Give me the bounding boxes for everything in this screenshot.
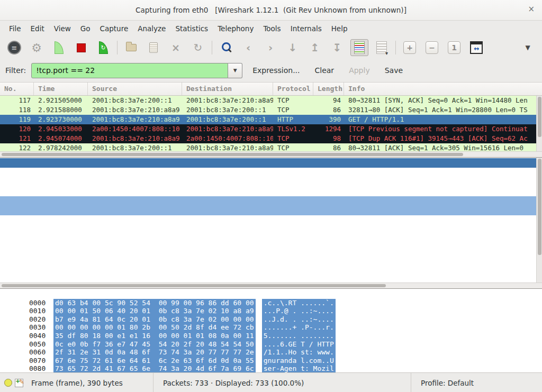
toolbar-overflow-icon[interactable]: ▼ [519,39,537,56]
packet-detail-line[interactable]: GET / HTTP/1.1\r\n [0,206,542,215]
go-back-icon[interactable]: ‹ [239,39,257,56]
capture-comment-icon[interactable] [15,379,23,387]
reload-icon[interactable]: ↻ [189,39,207,56]
capture-restart-icon[interactable]: ↻ [94,39,112,56]
packet-row[interactable]: 119 2.923730000 2001:bc8:3a7e:210:a8a9 2… [0,115,542,124]
packet-detail-line[interactable]: Ethernet II, Src: RealtekU_99:00:96 (52:… [0,168,542,177]
packet-detail-line[interactable]: Frame 119: 390 bytes on wire (3120 bits)… [0,158,542,168]
scrollbar-thumb[interactable] [538,159,541,255]
find-packet-icon[interactable] [217,39,235,56]
packet-list-vertical-scrollbar[interactable] [536,96,542,151]
clear-button[interactable]: Clear [310,63,339,77]
status-selected-field: Frame (frame), 390 bytes [31,379,123,387]
menu-analyze[interactable]: Analyze [133,22,170,35]
status-profile-section[interactable]: Profile: Default [411,373,542,392]
packet-detail-line[interactable]: Transmission Control Protocol, Src Port:… [0,187,542,196]
go-to-bottom-icon[interactable]: ↧ [328,39,346,56]
hex-dump-pane: 0000d0 63 b4 00 5c 90 52 54 00 99 00 96 … [0,288,542,372]
zoom-100-icon[interactable]: 1 [445,39,463,56]
packet-detail-line[interactable]: Connection: keep-alive\r\n [0,263,542,272]
packet-detail-line[interactable]: User-Agent: Mozilla/5.0 (X11; Linux x86_… [0,225,542,234]
packet-detail-line[interactable]: Accept-Encoding: gzip, deflate\r\n [0,253,542,263]
hex-ascii: ser-Agen t: Mozil [262,364,336,372]
expression-button[interactable]: Expression... [248,63,304,77]
menu-internals[interactable]: Internals [286,22,327,35]
autoscroll-icon[interactable] [373,39,391,56]
apply-button[interactable]: Apply [344,63,375,77]
packet-detail-line[interactable]: Hypertext Transfer Protocol [0,196,542,206]
column-header-destination[interactable]: Destination [182,83,273,95]
hex-bytes: 0c e0 0b f7 36 e7 47 45 54 20 2f 20 48 5… [53,340,256,349]
packet-detail-line[interactable]: Host: www.gnurandal.com\r\n [0,215,542,225]
scrollbar-thumb[interactable] [2,284,386,287]
packet-row[interactable]: 118 2.921588000 2001:bc8:3a7e:210:a8a9 2… [0,105,542,115]
menu-statistics[interactable]: Statistics [170,22,213,35]
menu-capture[interactable]: Capture [95,22,133,35]
menu-edit[interactable]: Edit [26,22,49,35]
zoom-out-icon[interactable]: − [423,39,441,56]
column-header-no[interactable]: No. [0,83,34,95]
cell-protocol: TCP [273,105,313,115]
window-close-icon[interactable]: × [528,4,535,14]
scrollbar-thumb[interactable] [538,97,541,137]
detail-lines: Frame 119: 390 bytes on wire (3120 bits)… [0,158,542,282]
menu-tools[interactable]: Tools [258,22,285,35]
menu-go[interactable]: Go [76,22,95,35]
cell-destination: 2a00:1450:4007:808::10 [182,134,273,143]
go-to-top-icon[interactable]: ↥ [306,39,324,56]
cell-length: 86 [313,105,344,115]
cell-protocol: HTTP [273,115,313,124]
column-header-info[interactable]: Info [344,83,542,95]
packet-row[interactable]: 122 2.978242000 2001:bc8:3a7e:200::1 200… [0,143,542,151]
open-file-icon[interactable] [122,39,140,56]
scrollbar-thumb[interactable] [2,153,463,156]
column-header-protocol[interactable]: Protocol [273,83,313,95]
go-forward-icon[interactable]: › [261,39,279,56]
menu-view[interactable]: View [49,22,76,35]
cell-no: 121 [0,134,34,143]
save-button[interactable]: Save [380,63,408,77]
toolbar-separator [211,39,213,56]
menu-help[interactable]: Help [327,22,353,35]
zoom-in-icon[interactable]: + [401,39,419,56]
colorize-icon[interactable] [350,39,368,56]
capture-stop-icon[interactable] [72,39,90,56]
list-interfaces-icon[interactable]: ≡ [5,39,23,56]
packet-row[interactable]: 121 2.945074000 2001:bc8:3a7e:210:a8a9 2… [0,134,542,143]
cell-protocol: TLSv1.2 [273,124,313,134]
capture-options-icon[interactable]: ⚙ [28,39,46,56]
close-file-icon[interactable]: × [167,39,185,56]
go-to-packet-icon[interactable]: ↓ [284,39,302,56]
column-header-length[interactable]: Length [313,83,344,95]
cell-length: 390 [313,115,344,124]
details-horizontal-scrollbar[interactable] [0,282,542,288]
column-header-source[interactable]: Source [88,83,182,95]
save-file-icon[interactable] [144,39,162,56]
cell-length: 98 [313,134,344,143]
resize-columns-icon[interactable]: ↔ [467,39,485,56]
packet-detail-line[interactable]: Accept: text/html,application/xhtml+xml,… [0,234,542,244]
filter-input[interactable]: !tcp.port == 22 [31,63,228,78]
cell-time: 2.921505000 [34,96,88,105]
packet-list-horizontal-scrollbar[interactable] [0,151,542,157]
menu-file[interactable]: File [4,22,26,35]
hex-row[interactable]: 0000d0 63 b4 00 5c 90 52 54 00 99 00 96 … [4,290,542,299]
expert-info-icon[interactable] [4,379,12,387]
details-vertical-scrollbar[interactable] [536,158,542,282]
cell-source: 2001:bc8:3a7e:210:a8a9 [88,105,182,115]
packet-detail-line[interactable]: Internet Protocol Version 6, Src: 2001:b… [0,177,542,187]
column-header-time[interactable]: Time [34,83,88,95]
packet-row[interactable]: 117 2.921505000 2001:bc8:3a7e:200::1 200… [0,96,542,105]
hex-bytes: 35 df 80 18 00 e1 e1 16 00 00 01 01 08 0… [53,332,256,340]
capture-start-icon[interactable] [50,39,68,56]
hex-ascii: .c..\.RT ......`. [262,299,336,307]
packet-detail-line[interactable]: Accept-Language: en-US,en;q=0.5\r\n [0,244,542,253]
packet-detail-line[interactable]: \r\n [0,272,542,282]
filter-dropdown-icon[interactable]: ▼ [228,63,242,78]
filter-buttons: Expression...ClearApplySave [242,63,408,77]
window-title: Capturing from eth0 [Wireshark 1.12.1 (G… [136,6,406,14]
packet-row[interactable]: 120 2.945033000 2a00:1450:4007:808::10 2… [0,124,542,134]
menu-telephony[interactable]: Telephony [213,22,258,35]
toolbar-separator [395,39,396,56]
cell-source: 2001:bc8:3a7e:200::1 [88,143,182,151]
